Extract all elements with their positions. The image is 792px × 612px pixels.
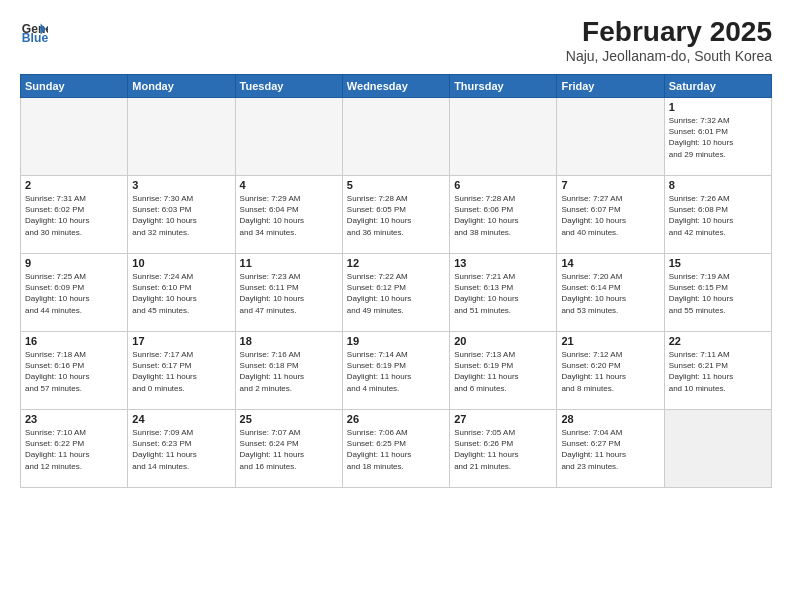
calendar-cell: 1Sunrise: 7:32 AM Sunset: 6:01 PM Daylig… — [664, 98, 771, 176]
day-number: 26 — [347, 413, 445, 425]
calendar-cell: 11Sunrise: 7:23 AM Sunset: 6:11 PM Dayli… — [235, 254, 342, 332]
calendar-subtitle: Naju, Jeollanam-do, South Korea — [566, 48, 772, 64]
calendar-cell: 28Sunrise: 7:04 AM Sunset: 6:27 PM Dayli… — [557, 410, 664, 488]
calendar-cell: 9Sunrise: 7:25 AM Sunset: 6:09 PM Daylig… — [21, 254, 128, 332]
day-info: Sunrise: 7:27 AM Sunset: 6:07 PM Dayligh… — [561, 193, 659, 238]
weekday-header-row: SundayMondayTuesdayWednesdayThursdayFrid… — [21, 75, 772, 98]
weekday-sunday: Sunday — [21, 75, 128, 98]
calendar-cell: 26Sunrise: 7:06 AM Sunset: 6:25 PM Dayli… — [342, 410, 449, 488]
week-row-2: 2Sunrise: 7:31 AM Sunset: 6:02 PM Daylig… — [21, 176, 772, 254]
header: General Blue February 2025 Naju, Jeollan… — [20, 16, 772, 64]
calendar-cell — [557, 98, 664, 176]
day-info: Sunrise: 7:31 AM Sunset: 6:02 PM Dayligh… — [25, 193, 123, 238]
day-info: Sunrise: 7:18 AM Sunset: 6:16 PM Dayligh… — [25, 349, 123, 394]
day-number: 4 — [240, 179, 338, 191]
day-number: 5 — [347, 179, 445, 191]
day-number: 1 — [669, 101, 767, 113]
logo: General Blue — [20, 16, 48, 44]
day-info: Sunrise: 7:28 AM Sunset: 6:06 PM Dayligh… — [454, 193, 552, 238]
day-info: Sunrise: 7:21 AM Sunset: 6:13 PM Dayligh… — [454, 271, 552, 316]
day-number: 18 — [240, 335, 338, 347]
day-info: Sunrise: 7:13 AM Sunset: 6:19 PM Dayligh… — [454, 349, 552, 394]
weekday-tuesday: Tuesday — [235, 75, 342, 98]
day-number: 19 — [347, 335, 445, 347]
calendar-cell: 12Sunrise: 7:22 AM Sunset: 6:12 PM Dayli… — [342, 254, 449, 332]
day-info: Sunrise: 7:16 AM Sunset: 6:18 PM Dayligh… — [240, 349, 338, 394]
day-number: 12 — [347, 257, 445, 269]
day-info: Sunrise: 7:30 AM Sunset: 6:03 PM Dayligh… — [132, 193, 230, 238]
day-number: 10 — [132, 257, 230, 269]
day-info: Sunrise: 7:11 AM Sunset: 6:21 PM Dayligh… — [669, 349, 767, 394]
day-number: 25 — [240, 413, 338, 425]
calendar-cell: 2Sunrise: 7:31 AM Sunset: 6:02 PM Daylig… — [21, 176, 128, 254]
svg-text:Blue: Blue — [22, 31, 48, 44]
day-info: Sunrise: 7:09 AM Sunset: 6:23 PM Dayligh… — [132, 427, 230, 472]
calendar-cell — [235, 98, 342, 176]
day-info: Sunrise: 7:06 AM Sunset: 6:25 PM Dayligh… — [347, 427, 445, 472]
calendar-cell: 20Sunrise: 7:13 AM Sunset: 6:19 PM Dayli… — [450, 332, 557, 410]
day-number: 2 — [25, 179, 123, 191]
calendar-table: SundayMondayTuesdayWednesdayThursdayFrid… — [20, 74, 772, 488]
day-info: Sunrise: 7:24 AM Sunset: 6:10 PM Dayligh… — [132, 271, 230, 316]
week-row-3: 9Sunrise: 7:25 AM Sunset: 6:09 PM Daylig… — [21, 254, 772, 332]
day-number: 14 — [561, 257, 659, 269]
day-number: 7 — [561, 179, 659, 191]
calendar-cell: 8Sunrise: 7:26 AM Sunset: 6:08 PM Daylig… — [664, 176, 771, 254]
day-info: Sunrise: 7:14 AM Sunset: 6:19 PM Dayligh… — [347, 349, 445, 394]
day-info: Sunrise: 7:10 AM Sunset: 6:22 PM Dayligh… — [25, 427, 123, 472]
weekday-saturday: Saturday — [664, 75, 771, 98]
day-info: Sunrise: 7:04 AM Sunset: 6:27 PM Dayligh… — [561, 427, 659, 472]
calendar-cell: 15Sunrise: 7:19 AM Sunset: 6:15 PM Dayli… — [664, 254, 771, 332]
day-info: Sunrise: 7:22 AM Sunset: 6:12 PM Dayligh… — [347, 271, 445, 316]
calendar-cell — [450, 98, 557, 176]
day-number: 23 — [25, 413, 123, 425]
calendar-cell: 13Sunrise: 7:21 AM Sunset: 6:13 PM Dayli… — [450, 254, 557, 332]
day-number: 11 — [240, 257, 338, 269]
day-number: 15 — [669, 257, 767, 269]
day-number: 17 — [132, 335, 230, 347]
day-number: 21 — [561, 335, 659, 347]
calendar-cell: 18Sunrise: 7:16 AM Sunset: 6:18 PM Dayli… — [235, 332, 342, 410]
week-row-4: 16Sunrise: 7:18 AM Sunset: 6:16 PM Dayli… — [21, 332, 772, 410]
calendar-cell — [342, 98, 449, 176]
day-info: Sunrise: 7:28 AM Sunset: 6:05 PM Dayligh… — [347, 193, 445, 238]
logo-icon: General Blue — [20, 16, 48, 44]
calendar-cell: 27Sunrise: 7:05 AM Sunset: 6:26 PM Dayli… — [450, 410, 557, 488]
day-info: Sunrise: 7:05 AM Sunset: 6:26 PM Dayligh… — [454, 427, 552, 472]
day-info: Sunrise: 7:23 AM Sunset: 6:11 PM Dayligh… — [240, 271, 338, 316]
calendar-cell: 21Sunrise: 7:12 AM Sunset: 6:20 PM Dayli… — [557, 332, 664, 410]
calendar-cell — [21, 98, 128, 176]
day-number: 22 — [669, 335, 767, 347]
calendar-cell: 19Sunrise: 7:14 AM Sunset: 6:19 PM Dayli… — [342, 332, 449, 410]
day-info: Sunrise: 7:12 AM Sunset: 6:20 PM Dayligh… — [561, 349, 659, 394]
calendar-cell: 7Sunrise: 7:27 AM Sunset: 6:07 PM Daylig… — [557, 176, 664, 254]
page: General Blue February 2025 Naju, Jeollan… — [0, 0, 792, 612]
day-number: 8 — [669, 179, 767, 191]
calendar-cell: 17Sunrise: 7:17 AM Sunset: 6:17 PM Dayli… — [128, 332, 235, 410]
calendar-cell: 24Sunrise: 7:09 AM Sunset: 6:23 PM Dayli… — [128, 410, 235, 488]
calendar-cell: 3Sunrise: 7:30 AM Sunset: 6:03 PM Daylig… — [128, 176, 235, 254]
week-row-1: 1Sunrise: 7:32 AM Sunset: 6:01 PM Daylig… — [21, 98, 772, 176]
calendar-cell: 16Sunrise: 7:18 AM Sunset: 6:16 PM Dayli… — [21, 332, 128, 410]
day-info: Sunrise: 7:17 AM Sunset: 6:17 PM Dayligh… — [132, 349, 230, 394]
calendar-cell: 6Sunrise: 7:28 AM Sunset: 6:06 PM Daylig… — [450, 176, 557, 254]
calendar-cell: 5Sunrise: 7:28 AM Sunset: 6:05 PM Daylig… — [342, 176, 449, 254]
day-number: 24 — [132, 413, 230, 425]
title-section: February 2025 Naju, Jeollanam-do, South … — [566, 16, 772, 64]
week-row-5: 23Sunrise: 7:10 AM Sunset: 6:22 PM Dayli… — [21, 410, 772, 488]
calendar-cell: 14Sunrise: 7:20 AM Sunset: 6:14 PM Dayli… — [557, 254, 664, 332]
day-info: Sunrise: 7:26 AM Sunset: 6:08 PM Dayligh… — [669, 193, 767, 238]
day-info: Sunrise: 7:29 AM Sunset: 6:04 PM Dayligh… — [240, 193, 338, 238]
calendar-cell — [664, 410, 771, 488]
day-info: Sunrise: 7:20 AM Sunset: 6:14 PM Dayligh… — [561, 271, 659, 316]
calendar-cell: 25Sunrise: 7:07 AM Sunset: 6:24 PM Dayli… — [235, 410, 342, 488]
weekday-thursday: Thursday — [450, 75, 557, 98]
day-number: 16 — [25, 335, 123, 347]
day-info: Sunrise: 7:07 AM Sunset: 6:24 PM Dayligh… — [240, 427, 338, 472]
weekday-monday: Monday — [128, 75, 235, 98]
day-info: Sunrise: 7:32 AM Sunset: 6:01 PM Dayligh… — [669, 115, 767, 160]
day-number: 28 — [561, 413, 659, 425]
day-number: 13 — [454, 257, 552, 269]
calendar-cell — [128, 98, 235, 176]
day-info: Sunrise: 7:25 AM Sunset: 6:09 PM Dayligh… — [25, 271, 123, 316]
